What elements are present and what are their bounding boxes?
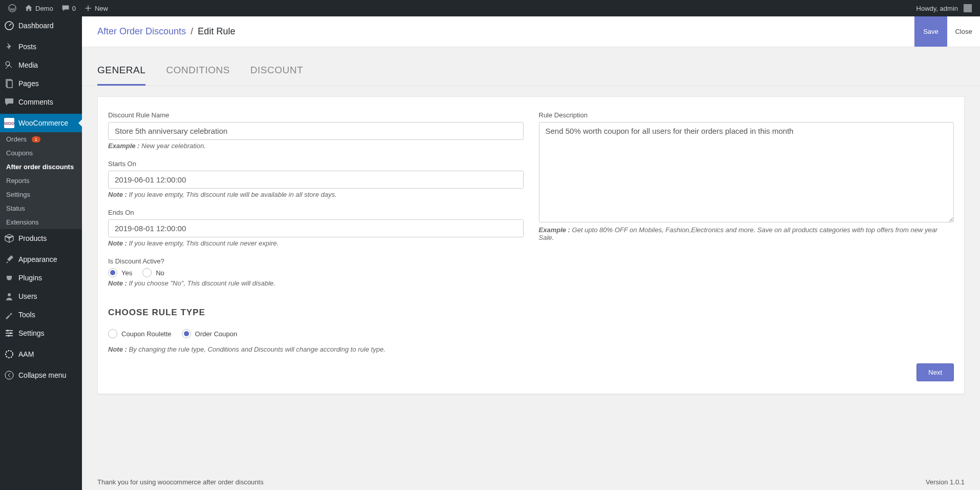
howdy-text: Howdy, admin: [916, 5, 958, 12]
close-button[interactable]: Close: [947, 16, 980, 47]
sidebar-item-media[interactable]: Media: [0, 56, 82, 74]
sidebar-item-appearance[interactable]: Appearance: [0, 250, 82, 269]
footer-thanks: Thank you for using woocommerce after or…: [97, 478, 263, 486]
ends-on-input[interactable]: [108, 219, 524, 237]
svg-point-10: [5, 371, 13, 379]
rule-type-hint: Note : By changing the rule type, Condit…: [108, 345, 954, 353]
radio-icon: [108, 329, 117, 338]
submenu-label: Extensions: [6, 218, 39, 226]
breadcrumb-current: Edit Rule: [198, 26, 235, 36]
radio-label: Yes: [121, 269, 132, 277]
sidebar-item-label: Appearance: [18, 255, 57, 263]
sidebar-item-users[interactable]: Users: [0, 287, 82, 305]
tab-discount[interactable]: DISCOUNT: [251, 57, 303, 86]
sidebar-item-dashboard[interactable]: Dashboard: [0, 16, 82, 35]
starts-on-hint: Note : If you leave empty, This discount…: [108, 191, 524, 198]
submenu-label: Settings: [6, 191, 30, 198]
submenu-label: Coupons: [6, 149, 33, 157]
rule-name-hint: Example : New year celebration.: [108, 142, 524, 150]
svg-point-9: [6, 351, 13, 358]
page-footer: Thank you for using woocommerce after or…: [97, 478, 965, 486]
site-name-label: Demo: [35, 5, 53, 12]
sliders-icon: [4, 328, 14, 338]
save-button[interactable]: Save: [914, 16, 947, 47]
starts-on-group: Starts On Note : If you leave empty, Thi…: [108, 160, 524, 198]
sidebar-item-label: AAM: [18, 350, 34, 358]
submenu-settings[interactable]: Settings: [0, 188, 82, 201]
svg-point-6: [7, 330, 9, 332]
radio-icon: [108, 268, 117, 277]
tab-conditions[interactable]: CONDITIONS: [166, 57, 230, 86]
starts-on-label: Starts On: [108, 160, 524, 168]
sidebar-item-plugins[interactable]: Plugins: [0, 269, 82, 287]
sidebar-item-label: Plugins: [18, 274, 42, 282]
submenu-label: Reports: [6, 177, 30, 185]
submenu-label: Orders: [6, 135, 27, 143]
rule-name-label: Discount Rule Name: [108, 111, 524, 119]
radio-icon: [182, 329, 191, 338]
tab-general[interactable]: GENERAL: [97, 57, 145, 86]
submenu-extensions[interactable]: Extensions: [0, 215, 82, 229]
submenu-orders[interactable]: Orders 1: [0, 132, 82, 146]
sidebar-item-label: Settings: [18, 329, 45, 337]
home-icon: [25, 4, 33, 12]
description-label: Rule Description: [539, 111, 954, 119]
comment-icon: [4, 97, 14, 107]
submenu-after-order-discounts[interactable]: After order discounts: [0, 160, 82, 174]
submenu-coupons[interactable]: Coupons: [0, 146, 82, 160]
rule-type-order-coupon[interactable]: Order Coupon: [182, 329, 237, 338]
rule-name-input[interactable]: [108, 122, 524, 140]
breadcrumb-separator: /: [191, 26, 193, 36]
sidebar-item-comments[interactable]: Comments: [0, 93, 82, 111]
sidebar-item-pages[interactable]: Pages: [0, 74, 82, 93]
plus-icon: [84, 4, 92, 12]
submenu-status[interactable]: Status: [0, 201, 82, 215]
sidebar-item-label: Users: [18, 292, 37, 300]
sidebar-item-settings[interactable]: Settings: [0, 324, 82, 342]
svg-point-5: [8, 293, 11, 296]
sidebar-item-aam[interactable]: AAM: [0, 345, 82, 363]
is-active-hint: Note : If you choose "No", This discount…: [108, 279, 524, 287]
brush-icon: [4, 254, 14, 264]
description-textarea[interactable]: [539, 122, 954, 222]
starts-on-input[interactable]: [108, 171, 524, 189]
media-icon: [4, 60, 14, 70]
svg-point-8: [8, 335, 10, 337]
svg-point-7: [10, 332, 12, 334]
sidebar-item-products[interactable]: Products: [0, 229, 82, 248]
is-active-yes[interactable]: Yes: [108, 268, 132, 277]
ends-on-hint: Note : If you leave empty, This discount…: [108, 239, 524, 247]
comments-link[interactable]: 0: [57, 0, 80, 16]
rule-type-title: CHOOSE RULE TYPE: [108, 308, 954, 318]
description-group: Rule Description Example : Get upto 80% …: [539, 111, 954, 241]
submenu-reports[interactable]: Reports: [0, 174, 82, 188]
sidebar-item-label: Posts: [18, 43, 36, 51]
description-hint: Example : Get upto 80% OFF on Mobiles, F…: [539, 226, 954, 241]
rule-type-coupon-roulette[interactable]: Coupon Roulette: [108, 329, 172, 338]
sidebar-item-woocommerce[interactable]: woo WooCommerce: [0, 114, 82, 132]
submenu-label: After order discounts: [6, 163, 74, 171]
is-active-no[interactable]: No: [142, 268, 164, 277]
adminbar: Demo 0 New Howdy, admin: [0, 0, 980, 16]
radio-label: No: [156, 269, 164, 277]
sidebar-item-label: Comments: [18, 98, 53, 106]
ends-on-label: Ends On: [108, 209, 524, 216]
wordpress-icon: [8, 4, 16, 12]
new-label: New: [95, 5, 108, 12]
rule-name-group: Discount Rule Name Example : New year ce…: [108, 111, 524, 150]
wp-logo[interactable]: [4, 0, 20, 16]
sidebar-item-collapse[interactable]: Collapse menu: [0, 366, 82, 384]
site-name[interactable]: Demo: [20, 0, 57, 16]
admin-sidebar: Dashboard Posts Media Pages Comments woo…: [0, 16, 82, 490]
wrench-icon: [4, 310, 14, 320]
breadcrumb-parent[interactable]: After Order Discounts: [97, 26, 186, 36]
sidebar-item-label: Products: [18, 234, 47, 242]
ends-on-group: Ends On Note : If you leave empty, This …: [108, 209, 524, 247]
avatar: [964, 4, 972, 12]
sidebar-item-posts[interactable]: Posts: [0, 37, 82, 56]
my-account[interactable]: Howdy, admin: [912, 0, 976, 16]
radio-label: Coupon Roulette: [121, 330, 172, 338]
next-button[interactable]: Next: [916, 363, 954, 381]
sidebar-item-tools[interactable]: Tools: [0, 305, 82, 324]
new-content[interactable]: New: [80, 0, 112, 16]
